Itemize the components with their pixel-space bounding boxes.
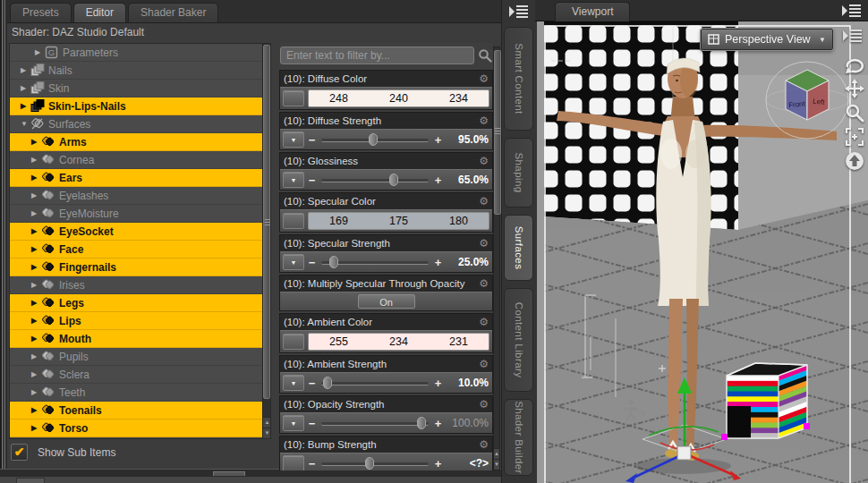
tree-item-pupils[interactable]: ▶Pupils bbox=[10, 348, 262, 366]
slider-decrement[interactable]: − bbox=[308, 377, 316, 390]
slider-options-dropdown[interactable]: ▼ bbox=[283, 131, 304, 148]
color-value-bar[interactable]: 248240234 bbox=[308, 89, 489, 107]
slider-increment[interactable]: + bbox=[434, 174, 442, 187]
expand-icon[interactable]: ▶ bbox=[31, 191, 41, 199]
tree-item-skin-lips-nails[interactable]: ▶Skin-Lips-Nails bbox=[10, 97, 262, 115]
gear-icon[interactable]: ⚙ bbox=[479, 73, 489, 84]
gear-icon[interactable]: ⚙ bbox=[479, 238, 489, 249]
expand-icon[interactable]: ▶ bbox=[31, 156, 41, 164]
tree-item-eyelashes[interactable]: ▶Eyelashes bbox=[10, 187, 262, 205]
tree-item-legs[interactable]: ▶Legs bbox=[10, 294, 262, 312]
gear-icon[interactable]: ⚙ bbox=[479, 278, 489, 289]
slider-options-dropdown[interactable]: ▼ bbox=[283, 375, 304, 391]
tree-item-parameters[interactable]: ▶GParameters bbox=[10, 44, 262, 62]
gear-icon[interactable]: ⚙ bbox=[479, 439, 489, 450]
tree-item-eyemoisture[interactable]: ▶EyeMoisture bbox=[10, 205, 262, 223]
gear-icon[interactable]: ⚙ bbox=[479, 196, 489, 207]
texture-map-button[interactable] bbox=[283, 334, 304, 350]
slider-increment[interactable]: + bbox=[434, 457, 442, 470]
slider-track[interactable] bbox=[319, 255, 430, 269]
view-selector-dropdown[interactable]: Perspective View ▼ bbox=[701, 29, 833, 50]
reset-camera-icon[interactable] bbox=[842, 150, 866, 172]
scroll-up-icon[interactable]: ▲ bbox=[263, 417, 271, 428]
expand-icon[interactable]: ▶ bbox=[31, 424, 41, 432]
expand-icon[interactable]: ▶ bbox=[31, 370, 41, 378]
tree-item-face[interactable]: ▶Face bbox=[10, 241, 262, 258]
tree-item-fingernails[interactable]: ▶Fingernails bbox=[10, 258, 262, 276]
slider-decrement[interactable]: − bbox=[308, 174, 316, 187]
properties-scrollbar[interactable]: ▲ ▼ bbox=[493, 47, 500, 470]
slider-value[interactable]: 100.0% bbox=[446, 417, 489, 429]
scroll-up-icon[interactable]: ▲ bbox=[494, 448, 499, 459]
texture-map-button[interactable] bbox=[283, 455, 304, 470]
slider-value[interactable]: 25.0% bbox=[446, 256, 489, 268]
texture-cube[interactable] bbox=[721, 363, 810, 440]
expand-icon[interactable]: ▶ bbox=[31, 406, 41, 414]
tree-item-toenails[interactable]: ▶Toenails bbox=[10, 402, 262, 419]
slider-thumb[interactable] bbox=[365, 457, 374, 470]
dock-tab-surfaces[interactable]: Surfaces bbox=[504, 215, 533, 281]
expand-icon[interactable]: ▶ bbox=[31, 352, 41, 360]
expand-icon[interactable]: ▶ bbox=[21, 102, 30, 110]
slider-thumb[interactable] bbox=[329, 256, 338, 268]
expand-icon[interactable]: ▶ bbox=[31, 388, 41, 396]
slider-increment[interactable]: + bbox=[434, 417, 442, 430]
texture-map-button[interactable] bbox=[283, 90, 304, 106]
toggle-on-button[interactable]: On bbox=[358, 294, 415, 309]
tree-item-skin[interactable]: ▶Skin bbox=[10, 80, 262, 97]
orbit-icon[interactable] bbox=[842, 54, 866, 75]
expand-icon[interactable]: ▶ bbox=[21, 84, 30, 92]
slider-thumb[interactable] bbox=[369, 133, 378, 146]
slider-decrement[interactable]: − bbox=[308, 457, 316, 470]
tree-scrollbar[interactable]: ▲ ▼ bbox=[262, 44, 270, 438]
dock-tab-shader-builder[interactable]: Shader Builder bbox=[504, 399, 533, 476]
slider-decrement[interactable]: − bbox=[308, 256, 316, 269]
tree-item-eyesocket[interactable]: ▶EyeSocket bbox=[10, 223, 262, 241]
gear-icon[interactable]: ⚙ bbox=[479, 156, 489, 166]
search-icon[interactable] bbox=[478, 48, 492, 63]
slider-track[interactable] bbox=[319, 376, 430, 390]
collapse-icon[interactable]: ▼ bbox=[21, 120, 30, 128]
tree-item-arms[interactable]: ▶Arms bbox=[10, 133, 262, 151]
slider-thumb[interactable] bbox=[389, 174, 398, 186]
properties-scrollbar-thumb[interactable] bbox=[494, 50, 501, 215]
color-value-bar[interactable]: 169175180 bbox=[308, 212, 489, 230]
slider-increment[interactable]: + bbox=[434, 256, 442, 269]
gear-icon[interactable]: ⚙ bbox=[479, 359, 489, 369]
slider-value[interactable]: <?> bbox=[446, 457, 489, 470]
tree-item-sclera[interactable]: ▶Sclera bbox=[10, 366, 262, 384]
slider-options-dropdown[interactable]: ▼ bbox=[283, 415, 304, 431]
expand-icon[interactable]: ▶ bbox=[31, 209, 41, 217]
slider-track[interactable] bbox=[319, 456, 430, 470]
tree-item-surfaces[interactable]: ▼Surfaces bbox=[10, 115, 262, 133]
slider-value[interactable]: 65.0% bbox=[446, 174, 489, 186]
scroll-down-icon[interactable]: ▼ bbox=[263, 428, 271, 438]
tree-item-teeth[interactable]: ▶Teeth bbox=[10, 384, 262, 402]
tree-item-lips[interactable]: ▶Lips bbox=[10, 312, 262, 330]
slider-decrement[interactable]: − bbox=[308, 417, 316, 430]
expand-icon[interactable]: ▶ bbox=[31, 138, 41, 146]
tab-editor[interactable]: Editor bbox=[73, 3, 126, 22]
slider-increment[interactable]: + bbox=[434, 133, 442, 147]
tree-item-torso[interactable]: ▶Torso bbox=[10, 419, 262, 437]
slider-decrement[interactable]: − bbox=[308, 133, 316, 147]
slider-value[interactable]: 95.0% bbox=[446, 133, 489, 146]
gear-icon[interactable]: ⚙ bbox=[479, 399, 489, 410]
expand-icon[interactable]: ▶ bbox=[31, 263, 41, 271]
gear-icon[interactable]: ⚙ bbox=[479, 317, 489, 327]
filter-input[interactable] bbox=[280, 47, 474, 64]
expand-icon[interactable]: ▶ bbox=[31, 335, 41, 343]
expand-icon[interactable]: ▶ bbox=[21, 66, 30, 74]
gear-icon[interactable]: ⚙ bbox=[479, 115, 489, 126]
tree-item-mouth[interactable]: ▶Mouth bbox=[10, 330, 262, 348]
color-value-bar[interactable]: 255234231 bbox=[308, 333, 489, 351]
expand-icon[interactable]: ▶ bbox=[31, 317, 41, 325]
tab-shader-baker[interactable]: Shader Baker bbox=[128, 3, 218, 22]
tab-viewport[interactable]: Viewport bbox=[555, 2, 630, 21]
expand-icon[interactable]: ▶ bbox=[31, 299, 41, 307]
dock-tab-smart-content[interactable]: Smart Content bbox=[504, 27, 533, 131]
pane-splitter[interactable] bbox=[0, 0, 7, 483]
slider-track[interactable] bbox=[319, 132, 430, 147]
frame-icon[interactable] bbox=[842, 126, 866, 148]
expand-icon[interactable]: ▶ bbox=[31, 227, 41, 235]
